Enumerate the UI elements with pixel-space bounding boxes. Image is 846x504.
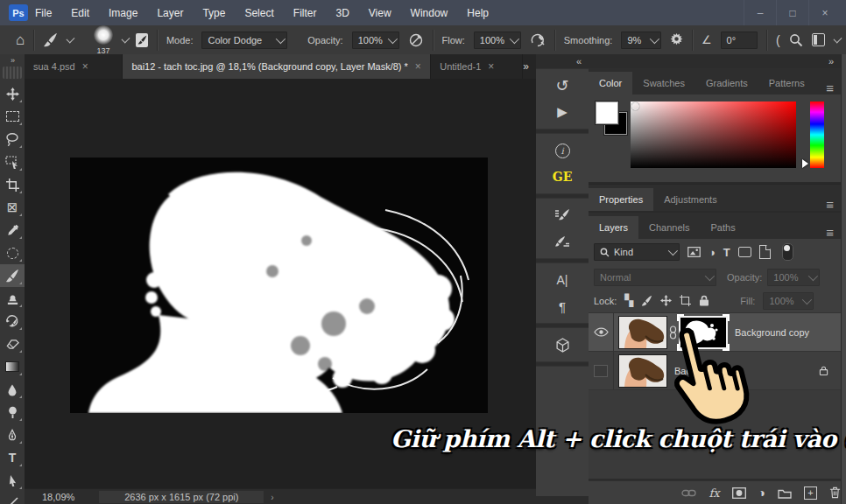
tool-dodge[interactable] [0,401,25,424]
filter-pixel-layers-icon[interactable] [687,247,701,257]
brush-tool-icon[interactable] [43,32,58,47]
panel-button-brush-settings[interactable] [536,202,589,228]
tab-overflow-icon[interactable]: » [523,60,536,73]
new-group-icon[interactable] [778,487,792,499]
tab-color[interactable]: Color [589,72,632,94]
blend-mode-select[interactable]: Color Dodge [201,32,287,49]
layer-fill-select[interactable]: 100% [763,292,814,310]
tool-eraser[interactable] [0,332,25,355]
tab-layers[interactable]: Layers [589,216,638,239]
layer-opacity-select[interactable]: 100% [767,269,820,286]
tab-sua4[interactable]: sua 4.psd× [25,54,123,79]
lock-transparency-icon[interactable]: ▚ [624,294,633,307]
tool-pen[interactable] [0,424,25,446]
tool-frame[interactable]: ⊠ [0,196,25,219]
panel-button-info[interactable]: i [536,137,589,164]
new-adjustment-layer-icon[interactable]: ◑ [758,486,765,500]
menu-layer[interactable]: Layer [157,7,183,19]
panel-button-history[interactable]: ↺ [536,73,589,99]
layer-filter-toggle[interactable] [782,243,793,261]
tool-brush[interactable] [0,264,25,287]
menu-file[interactable]: File [35,7,52,19]
filter-type-layers-icon[interactable]: T [723,246,730,259]
hue-slider[interactable] [810,102,824,168]
tool-type[interactable]: T [0,446,25,469]
add-layer-mask-icon[interactable] [732,487,746,499]
status-chevron-icon[interactable]: › [271,493,273,502]
tab-close-icon[interactable]: × [415,60,421,73]
tool-eyedropper[interactable] [0,219,25,242]
menu-3d[interactable]: 3D [335,7,349,19]
menu-edit[interactable]: Edit [71,7,89,19]
color-panel-menu-icon[interactable]: ≡ [826,81,834,94]
lock-artboard-icon[interactable] [680,295,691,306]
tool-rectangular-marquee[interactable] [0,105,25,128]
tab-adjustments[interactable]: Adjustments [653,188,728,211]
tab-gradients[interactable]: Gradients [695,72,758,94]
menu-type[interactable]: Type [202,7,225,19]
layers-panel-menu-icon[interactable]: ≡ [826,226,834,239]
menu-image[interactable]: Image [109,7,137,19]
flow-select[interactable]: 100% [474,32,521,49]
workspace-chevron-icon[interactable] [833,34,842,43]
tool-crop[interactable] [0,173,25,196]
tab-untitled1[interactable]: Untitled-1× [431,54,523,79]
smoothing-gear-icon[interactable] [670,33,683,46]
close-button[interactable]: × [808,0,841,25]
foreground-color-swatch[interactable] [596,102,618,124]
right-dock-collapse-icon[interactable]: » [589,54,841,68]
tool-move[interactable] [0,82,25,105]
panel-button-paragraph[interactable]: ¶ [536,293,589,319]
brush-preset-chevron-icon[interactable] [67,34,75,43]
brush-size-preview[interactable]: 137 [94,25,113,55]
link-layers-icon[interactable] [681,489,696,497]
minimize-button[interactable]: – [744,0,776,25]
tab-close-icon[interactable]: × [82,60,88,73]
tab-patterns[interactable]: Patterns [758,72,815,94]
delete-layer-icon[interactable] [829,486,841,499]
layer-filter-select[interactable]: Kind [594,243,680,261]
lock-all-icon[interactable] [699,295,709,306]
layer-blend-mode-select[interactable]: Normal [594,269,716,286]
tool-gradient[interactable] [0,355,25,378]
layer-visibility-well[interactable] [589,313,614,351]
airbrush-icon[interactable] [530,32,546,48]
workspace-icon[interactable] [812,33,825,46]
brush-size-chevron-icon[interactable] [122,34,130,43]
layer-visibility-well[interactable] [589,352,614,389]
toggle-brush-panel-icon[interactable] [136,33,148,47]
menu-select[interactable]: Select [244,7,273,19]
filter-shape-layers-icon[interactable] [738,247,751,257]
tab-swatches[interactable]: Swatches [632,72,695,94]
tool-lasso[interactable] [0,128,25,150]
panel-button-ge-extension[interactable]: GE [536,164,589,190]
layer-name[interactable]: Background copy [735,327,809,338]
toolbar-grabber[interactable] [3,66,22,79]
new-layer-icon[interactable]: + [804,486,817,500]
zoom-level-field[interactable]: 18,09% [42,492,74,502]
menu-filter[interactable]: Filter [293,7,317,19]
tab-channels[interactable]: Channels [638,216,700,239]
tab-paths[interactable]: Paths [701,216,746,239]
smoothing-select[interactable]: 9% [621,32,661,49]
menu-help[interactable]: Help [467,7,489,19]
tab-bai12-active[interactable]: bai12 - tach toc.jpg @ 18,1% (Background… [123,54,431,79]
lock-pixels-icon[interactable] [641,295,652,306]
menu-window[interactable]: Window [411,7,448,19]
tool-path-selection[interactable] [0,469,25,492]
home-icon[interactable]: ⌂ [16,32,25,49]
panel-button-actions[interactable]: ▶ [536,99,589,125]
panel-button-brushes[interactable] [536,228,589,255]
tool-spot-healing[interactable] [0,242,25,264]
tool-clone-stamp[interactable] [0,287,25,310]
search-icon[interactable] [789,33,803,47]
tool-history-brush[interactable] [0,310,25,332]
maximize-button[interactable]: □ [776,0,808,25]
tool-blur[interactable] [0,378,25,401]
opacity-pressure-icon[interactable] [408,32,424,48]
tab-properties[interactable]: Properties [589,188,653,211]
menu-view[interactable]: View [369,7,391,19]
tool-object-selection[interactable] [0,150,25,173]
properties-panel-menu-icon[interactable]: ≡ [826,198,834,211]
toolbar-expand-icon[interactable]: » [0,54,25,66]
